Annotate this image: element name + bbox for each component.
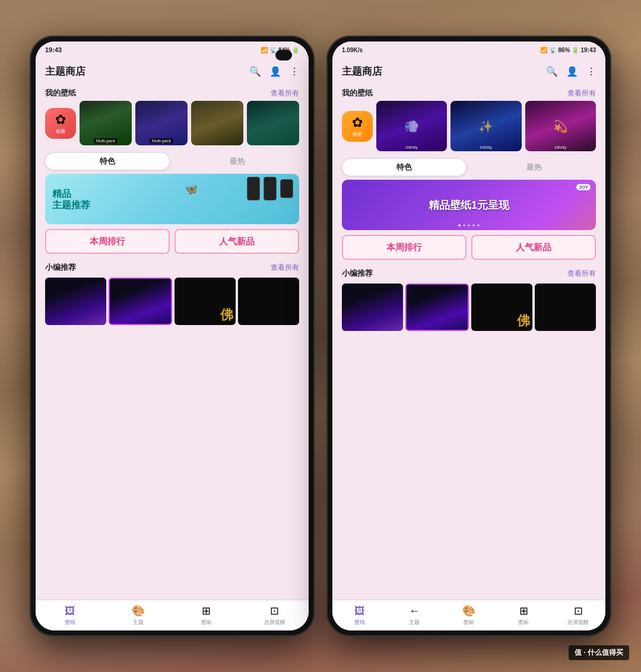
- right-person-icon[interactable]: 👤: [566, 66, 578, 77]
- right-cat-new[interactable]: 人气新品: [471, 235, 596, 260]
- right-nav-icon-tab[interactable]: 🎨 图标: [442, 604, 496, 626]
- right-speed: 1.09K/s: [342, 47, 363, 53]
- right-nav-iconset[interactable]: ⊞ 图标: [496, 604, 551, 626]
- right-editor-title: 小编推荐: [342, 268, 373, 279]
- left-status-bar: 19:43 📶 📡 84% 🔋: [36, 42, 309, 58]
- left-categories: 本周排行 人气新品: [36, 229, 309, 259]
- smoke-3: 💫: [525, 101, 596, 151]
- right-editor-viewall[interactable]: 查看所有: [567, 269, 596, 279]
- left-time: 19:43: [45, 46, 62, 53]
- left-thumb-4[interactable]: [238, 278, 299, 325]
- phone-left: 19:43 📶 📡 84% 🔋 主题商店 🔍 👤 ⋮: [30, 36, 315, 636]
- butterfly-icon: 🦋: [185, 183, 198, 196]
- left-editor-title: 小编推荐: [45, 262, 76, 273]
- right-buddha-char: 佛: [517, 312, 530, 330]
- right-app-title: 主题商店: [342, 65, 546, 78]
- left-editor-header: 小编推荐 查看所有: [36, 259, 309, 275]
- dot-3: [468, 224, 470, 227]
- dot-1: [458, 224, 461, 227]
- left-wallpaper-4[interactable]: [247, 101, 299, 145]
- right-banner-text: 精品壁纸1元呈现: [342, 180, 596, 230]
- right-cat-weekly[interactable]: 本周排行: [342, 235, 467, 260]
- left-title-icons: 🔍 👤 ⋮: [249, 66, 299, 77]
- left-album-icon[interactable]: ✿ 相册: [45, 108, 76, 139]
- right-wallpaper-2[interactable]: ✨ Infinity: [450, 101, 521, 151]
- banner-dots: [458, 224, 480, 227]
- smoke-2: ✨: [450, 101, 521, 151]
- right-wallpaper-viewall[interactable]: 查看所有: [567, 88, 596, 98]
- joy-badge: JOY: [576, 183, 591, 191]
- right-album-flower-icon: ✿: [352, 115, 363, 130]
- left-wallpaper-3[interactable]: [191, 101, 243, 145]
- left-banner-phones: [247, 177, 293, 200]
- right-wallpaper-3[interactable]: 💫 Infinity: [525, 101, 596, 151]
- right-more-icon[interactable]: ⋮: [586, 66, 596, 77]
- album-flower-icon: ✿: [55, 112, 66, 128]
- left-multipack-2: Multi-pack: [150, 138, 173, 144]
- left-thumb-3[interactable]: 佛: [174, 278, 236, 325]
- right-tab-featured[interactable]: 特色: [342, 158, 467, 176]
- right-wallpaper-1[interactable]: 💨 Infinity: [376, 101, 447, 151]
- left-nav-icon[interactable]: ⊞ 图标: [172, 604, 240, 626]
- right-wallpaper-row: ✿ 相册 💨 Infinity ✨ Infinity 💫 Infinity: [332, 101, 605, 156]
- right-tabs: 特色 最热: [342, 158, 596, 176]
- right-thumb-2[interactable]: [405, 284, 469, 331]
- left-tabs: 特色 最热: [45, 152, 299, 170]
- right-lock-nav-icon: ⊡: [574, 604, 583, 617]
- right-wallpaper-header: 我的壁纸 查看所有: [332, 84, 605, 101]
- right-title-icons: 🔍 👤 ⋮: [546, 66, 596, 77]
- phones-container: 19:43 📶 📡 84% 🔋 主题商店 🔍 👤 ⋮: [24, 36, 617, 636]
- battery-icon: 🔋: [292, 47, 299, 53]
- right-wifi-icon: 📡: [549, 47, 556, 53]
- left-cat-new[interactable]: 人气新品: [174, 229, 299, 254]
- left-wallpaper-row: ✿ 相册 Multi-pack Multi-pack: [36, 101, 309, 150]
- right-banner[interactable]: 精品壁纸1元呈现 JOY: [342, 180, 596, 230]
- left-wallpaper-viewall[interactable]: 查看所有: [271, 88, 299, 98]
- left-multipack-1: Multi-pack: [94, 138, 118, 144]
- buddha-char: 佛: [220, 306, 233, 324]
- right-thumb-4[interactable]: [535, 284, 596, 331]
- right-battery: 86%: [558, 47, 570, 53]
- right-status-bar: 1.09K/s 📶 📡 86% 🔋 19:43: [332, 42, 605, 58]
- left-editor-section: 小编推荐 查看所有 佛: [36, 259, 309, 600]
- left-thumb-2[interactable]: [109, 278, 172, 325]
- left-more-icon[interactable]: ⋮: [290, 66, 299, 77]
- left-search-icon[interactable]: 🔍: [249, 66, 261, 77]
- left-nav-theme[interactable]: 🎨 主题: [104, 604, 172, 626]
- left-app-title: 主题商店: [45, 65, 249, 78]
- right-nav-lock[interactable]: ⊡ 息屏提醒: [551, 604, 605, 626]
- right-content: 我的壁纸 查看所有 ✿ 相册 💨 Infinity ✨ Infinity: [332, 84, 605, 630]
- wallpaper-nav-icon: 🖼: [65, 605, 75, 617]
- left-tab-featured[interactable]: 特色: [45, 152, 170, 170]
- left-nav-lock[interactable]: ⊡ 息屏提醒: [240, 604, 309, 626]
- icon-nav-icon: ⊞: [202, 604, 211, 617]
- theme-nav-icon: 🎨: [132, 604, 145, 617]
- left-thumb-1[interactable]: [45, 278, 106, 325]
- right-nav-wallpaper[interactable]: 🖼 壁纸: [332, 605, 387, 626]
- left-wallpaper-header: 我的壁纸 查看所有: [36, 84, 309, 101]
- right-album-icon[interactable]: ✿ 相册: [342, 111, 373, 142]
- left-tab-hot[interactable]: 最热: [176, 152, 299, 170]
- lock-nav-icon: ⊡: [270, 604, 279, 617]
- left-nav-wallpaper[interactable]: 🖼 壁纸: [36, 605, 104, 626]
- left-wallpaper-2[interactable]: Multi-pack: [135, 101, 188, 145]
- right-tab-hot[interactable]: 最热: [472, 158, 596, 176]
- left-banner-text: 精品 主题推荐: [52, 187, 90, 210]
- right-thumb-1[interactable]: [342, 284, 403, 331]
- right-icon-nav-icon: 🎨: [462, 604, 475, 617]
- left-editor-viewall[interactable]: 查看所有: [271, 263, 299, 273]
- left-wallpaper-1[interactable]: Multi-pack: [80, 101, 132, 145]
- right-search-icon[interactable]: 🔍: [546, 66, 558, 77]
- right-nav-theme[interactable]: ← 主题: [387, 605, 442, 626]
- smoke-1: 💨: [376, 101, 447, 151]
- left-bottom-nav: 🖼 壁纸 🎨 主题 ⊞ 图标 ⊡ 息屏提醒: [36, 600, 309, 630]
- left-thumb-row: 佛: [36, 275, 309, 327]
- right-battery-icon: 🔋: [572, 47, 579, 53]
- left-banner[interactable]: 精品 主题推荐 🦋: [45, 174, 299, 224]
- left-content: 我的壁纸 查看所有 ✿ 相册 Multi-pack Multi-pack: [36, 84, 309, 630]
- left-status-icons: 📶 📡 84% 🔋: [261, 47, 299, 53]
- left-cat-weekly[interactable]: 本周排行: [45, 229, 170, 254]
- right-thumb-3[interactable]: 佛: [471, 284, 532, 331]
- left-person-icon[interactable]: 👤: [269, 66, 281, 77]
- mini-phone-2: [264, 177, 277, 200]
